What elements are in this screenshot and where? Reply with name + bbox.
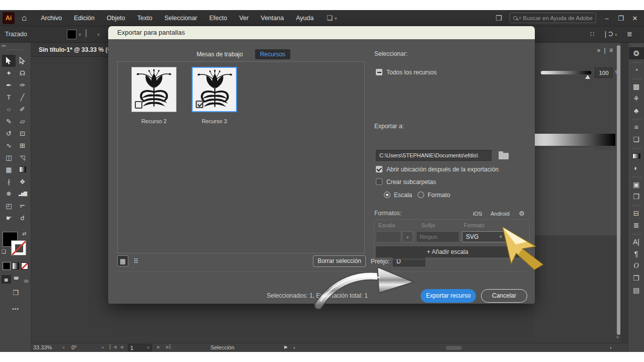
android-preset-link[interactable]: Android xyxy=(491,211,510,217)
dock-color-icon[interactable]: ❂ xyxy=(629,47,644,59)
stroke-chevron-icon[interactable]: ˅ xyxy=(97,32,100,37)
rotation-field[interactable]: 0° xyxy=(71,344,77,350)
dock-drag-handle[interactable] xyxy=(632,148,641,149)
stroke-color-swatch[interactable] xyxy=(86,29,87,37)
gear-icon[interactable]: ⚙ xyxy=(519,210,525,217)
menu-ayuda[interactable]: Ayuda xyxy=(296,15,313,22)
zoom-level-field[interactable]: 33.33% xyxy=(33,344,52,350)
menu-texto[interactable]: Texto xyxy=(137,15,152,22)
dock-drag-handle[interactable] xyxy=(632,176,641,177)
curvature-tool[interactable]: ✑ xyxy=(16,79,29,91)
fill-color-swatch[interactable] xyxy=(67,30,76,39)
blend-tool[interactable]: ❖ xyxy=(16,175,29,188)
first-artboard-icon[interactable]: ▎◀ xyxy=(110,344,117,349)
asset-recurso-2[interactable] xyxy=(131,67,177,112)
color-spectrum-ramp[interactable] xyxy=(535,134,615,146)
remove-format-icon[interactable]: ✕ xyxy=(510,233,515,240)
dock-libraries-icon[interactable]: ▤ xyxy=(629,284,644,296)
menu-efecto[interactable]: Efecto xyxy=(209,15,227,22)
draw-normal-button[interactable]: ◙ xyxy=(2,275,11,284)
edit-toolbar-button[interactable]: ••• xyxy=(0,306,31,312)
ellipse-tool[interactable]: ○ xyxy=(2,103,16,115)
dock-pathfinder-icon[interactable]: ❒ xyxy=(629,191,644,203)
asset-checkbox-unchecked[interactable] xyxy=(135,101,142,109)
export-asset-button[interactable]: Exportar recurso xyxy=(421,289,476,303)
add-scale-button[interactable]: + Añadir escala xyxy=(376,246,519,257)
dock-drag-handle[interactable] xyxy=(632,78,641,79)
prev-artboard-icon[interactable]: ◀ xyxy=(120,344,123,349)
help-search-input[interactable]: ˅ Buscar en Ayuda de Adobe xyxy=(510,13,596,23)
screen-mode-button[interactable]: ❐ xyxy=(0,289,31,297)
k-slider-thumb[interactable] xyxy=(585,75,590,79)
cancel-button[interactable]: Cancelar xyxy=(481,289,527,303)
magic-wand-tool[interactable]: ✦ xyxy=(2,67,16,79)
fill-chevron-icon[interactable]: ˅ xyxy=(78,32,81,37)
perspective-grid-tool[interactable]: ◹ xyxy=(16,151,29,163)
scroll-down-icon[interactable]: ˅ xyxy=(616,335,619,340)
minimize-button[interactable]: – xyxy=(600,15,614,22)
illustrator-logo-icon[interactable]: Ai xyxy=(3,12,15,24)
menu-ventana[interactable]: Ventana xyxy=(261,15,284,22)
artboard-number-field[interactable]: 1˅ xyxy=(128,344,152,351)
rotation-chevron-icon[interactable]: ˅ xyxy=(102,345,104,350)
scale-radio[interactable] xyxy=(384,192,390,198)
pencil-tool[interactable]: ✎ xyxy=(2,115,16,127)
dock-artboards-icon[interactable]: ❐ xyxy=(629,272,644,284)
menu-archivo[interactable]: Archivo xyxy=(41,15,62,22)
scale-tool[interactable]: ⊡ xyxy=(16,127,29,139)
eraser-tool[interactable]: ▱ xyxy=(16,115,29,127)
scroll-right-icon[interactable]: › xyxy=(610,344,612,350)
expand-panel-icon[interactable]: » xyxy=(597,47,602,54)
dock-color-guide-icon[interactable]: ◔ xyxy=(629,64,644,76)
folder-icon[interactable] xyxy=(499,153,509,159)
dock-transform-icon[interactable]: ▣ xyxy=(629,178,644,191)
tab-recursos[interactable]: Recursos xyxy=(255,49,291,59)
rotate-tool[interactable]: ↺ xyxy=(2,127,16,139)
slice-tool[interactable]: ✃ xyxy=(16,200,29,212)
stroke-swatch[interactable] xyxy=(11,240,26,255)
k-slider[interactable] xyxy=(541,71,591,74)
k-value-field[interactable]: 100 xyxy=(595,67,613,78)
document-tab[interactable]: Sin título-1* @ 33.33 % (CM xyxy=(39,46,117,53)
tools-drag-handle[interactable] xyxy=(7,49,24,50)
tab-mesas-de-trabajo[interactable]: Mesas de trabajo xyxy=(192,49,248,59)
home-icon[interactable]: ⌂ xyxy=(22,13,27,23)
symbol-sprayer-tool[interactable]: ✵ xyxy=(2,188,16,200)
artboard-tool[interactable]: ◰ xyxy=(2,200,16,212)
column-graph-tool[interactable]: ▂▅▇ xyxy=(16,188,29,200)
direct-selection-tool[interactable] xyxy=(16,55,29,67)
dock-layers-icon[interactable]: ❏ xyxy=(629,133,644,145)
panel-menu-icon[interactable]: ≣ xyxy=(627,30,632,38)
export-path-input[interactable] xyxy=(376,150,492,161)
dock-drag-handle[interactable] xyxy=(632,234,641,235)
color-mode-button[interactable] xyxy=(3,262,10,269)
lasso-tool[interactable]: ☊ xyxy=(16,67,29,79)
open-location-checkbox[interactable] xyxy=(376,166,382,172)
dock-adjustments-icon[interactable]: ≣ xyxy=(629,219,644,231)
next-artboard-icon[interactable]: ▶ xyxy=(157,344,160,349)
status-play-icon[interactable]: ▶ xyxy=(284,344,288,349)
clear-selection-button[interactable]: Borrar selección xyxy=(313,255,366,267)
workspace-switcher-icon[interactable]: ❏ ˅ xyxy=(327,14,337,22)
dock-swatches-icon[interactable]: ▩ xyxy=(629,80,644,93)
menu-edicion[interactable]: Edición xyxy=(74,15,95,22)
gradient-mode-button[interactable] xyxy=(12,262,19,269)
panel-scrollbar[interactable] xyxy=(617,45,620,335)
share-panel-icon[interactable]: ❒ xyxy=(496,14,502,22)
list-view-button[interactable]: ⠿ xyxy=(130,255,141,266)
swap-fill-stroke-icon[interactable]: ⇄ xyxy=(22,231,26,236)
panel-drag-handle[interactable] xyxy=(558,148,593,149)
panel-menu-icon[interactable]: | ≡ xyxy=(604,47,614,54)
gradient-tool[interactable] xyxy=(16,163,29,175)
menu-ver[interactable]: Ver xyxy=(239,15,249,22)
scale-dropdown-button[interactable]: ▾ xyxy=(402,231,413,242)
dock-drag-handle[interactable] xyxy=(632,62,641,63)
dock-character-icon[interactable]: A| xyxy=(629,236,644,248)
free-transform-tool[interactable]: ⊞ xyxy=(16,139,29,151)
dock-align-icon[interactable]: ⊟ xyxy=(629,207,644,219)
collapse-tools-icon[interactable]: «« xyxy=(2,43,6,48)
snap-options-icon[interactable]: ∷ xyxy=(590,30,594,38)
create-subfolders-checkbox[interactable] xyxy=(376,178,382,185)
format-radio[interactable] xyxy=(418,192,424,198)
draw-behind-button[interactable]: ◚ xyxy=(12,275,21,284)
